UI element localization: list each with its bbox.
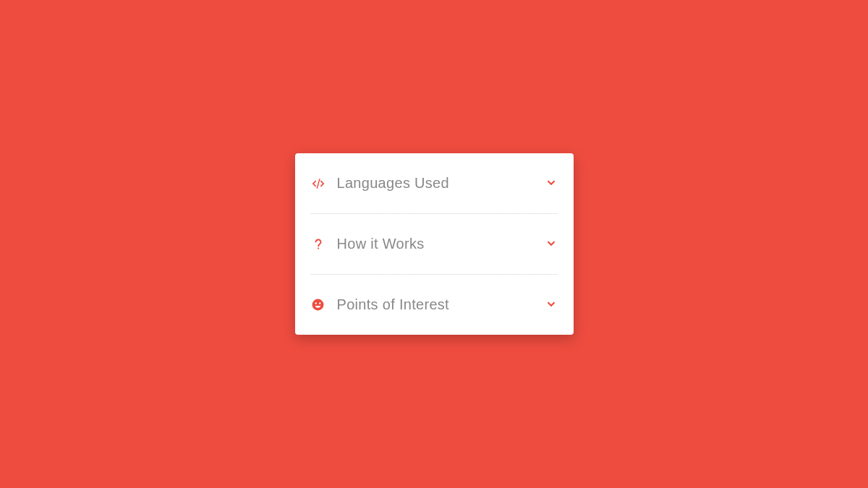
chevron-down-icon — [545, 299, 558, 312]
accordion-card: Languages Used How it Works — [295, 153, 574, 335]
accordion-item-how-it-works[interactable]: How it Works — [311, 214, 558, 275]
chevron-down-icon — [545, 177, 558, 190]
smile-icon — [311, 298, 326, 312]
svg-point-0 — [312, 299, 324, 311]
svg-point-1 — [315, 302, 317, 304]
accordion-item-label: Points of Interest — [337, 296, 545, 313]
code-icon — [311, 176, 326, 191]
accordion-item-label: Languages Used — [337, 175, 545, 192]
accordion-item-label: How it Works — [337, 236, 545, 252]
chevron-down-icon — [545, 238, 558, 251]
accordion-item-points-of-interest[interactable]: Points of Interest — [311, 275, 558, 335]
svg-point-2 — [319, 302, 320, 304]
accordion-item-languages[interactable]: Languages Used — [311, 153, 558, 214]
question-icon — [311, 237, 326, 252]
